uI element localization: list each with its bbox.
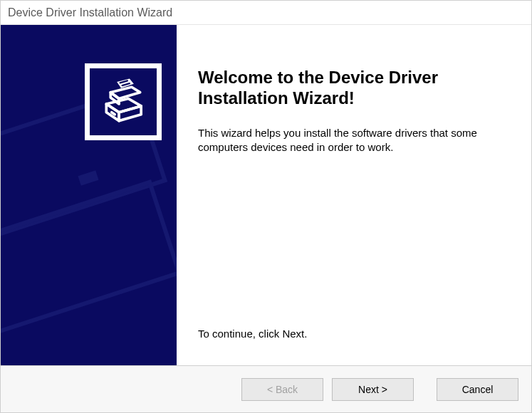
sidebar-graphic bbox=[1, 25, 177, 365]
page-heading: Welcome to the Device Driver Installatio… bbox=[198, 68, 510, 109]
cancel-button[interactable]: Cancel bbox=[437, 378, 518, 401]
content-area: Welcome to the Device Driver Installatio… bbox=[1, 25, 531, 365]
driver-install-icon bbox=[90, 68, 157, 135]
button-row: < Back Next > Cancel bbox=[1, 365, 531, 412]
svg-line-3 bbox=[112, 113, 115, 115]
wizard-icon-frame bbox=[85, 63, 162, 140]
continue-instruction: To continue, click Next. bbox=[198, 328, 510, 340]
svg-marker-2 bbox=[119, 106, 141, 121]
window-title: Device Driver Installation Wizard bbox=[8, 6, 172, 19]
next-button[interactable]: Next > bbox=[332, 378, 414, 401]
main-panel: Welcome to the Device Driver Installatio… bbox=[177, 25, 531, 365]
titlebar: Device Driver Installation Wizard bbox=[1, 1, 531, 25]
back-button: < Back bbox=[241, 378, 323, 401]
installer-window: Device Driver Installation Wizard bbox=[0, 0, 532, 413]
page-body: This wizard helps you install the softwa… bbox=[198, 126, 510, 155]
